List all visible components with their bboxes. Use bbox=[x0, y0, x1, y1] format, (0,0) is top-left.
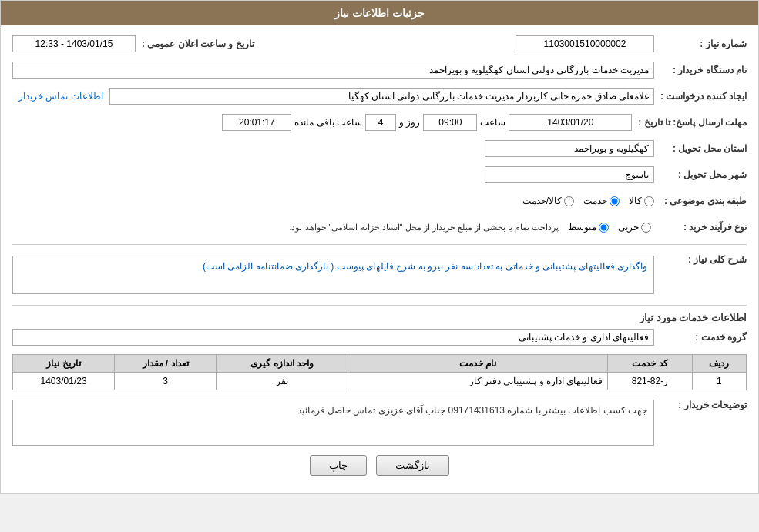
radio-khadamat-label: خدمت bbox=[583, 196, 607, 206]
radio-khadamat: خدمت bbox=[583, 196, 620, 206]
goroh-value: فعالیتهای اداری و خدمات پشتیبانی bbox=[12, 329, 654, 346]
page-wrapper: جزئیات اطلاعات نیاز شماره نیاز : 1103001… bbox=[0, 0, 759, 494]
shahr-label: شهر محل تحویل : bbox=[654, 169, 747, 180]
radio-jozi: جزیی bbox=[618, 222, 651, 233]
section-ettelaat: اطلاعات خدمات مورد نیاز bbox=[12, 312, 747, 323]
services-table: ردیف کد خدمت نام خدمت واحد اندازه گیری ت… bbox=[12, 354, 747, 390]
divider2 bbox=[12, 305, 747, 306]
farayand-radio-group: جزیی متوسط bbox=[568, 222, 651, 233]
row-ijadKonande: ایجاد کننده درخواست : غلامعلی صادق حمزه … bbox=[12, 85, 747, 107]
cell-kod: ز-82-821 bbox=[608, 373, 692, 390]
cell-tarikh: 1403/01/23 bbox=[13, 373, 115, 390]
ijadKonande-value: غلامعلی صادق حمزه خانی کاربردار مدیریت خ… bbox=[109, 88, 654, 105]
namDasgah-label: نام دستگاه خریدار : bbox=[654, 65, 747, 75]
mohlat-roz: 4 bbox=[365, 114, 396, 131]
table-header-row: ردیف کد خدمت نام خدمت واحد اندازه گیری ت… bbox=[13, 355, 747, 373]
radio-motovaset: متوسط bbox=[568, 222, 609, 233]
sharh-label: شرح کلی نیاز : bbox=[654, 251, 747, 265]
row-farayand: نوع فرآیند خرید : جزیی متوسط پرداخت تمام… bbox=[12, 216, 747, 238]
tarikh-value: 1403/01/15 - 12:33 bbox=[12, 35, 136, 52]
cell-tedad: 3 bbox=[115, 373, 217, 390]
radio-kala-label: کالا bbox=[629, 196, 642, 206]
radio-jozi-input[interactable] bbox=[641, 223, 651, 233]
mohlat-label: مهلت ارسال پاسخ: تا تاریخ : bbox=[632, 117, 747, 128]
saat-label: ساعت bbox=[480, 117, 505, 128]
namDasgah-value: مدیریت خدمات بازرگانی دولتی استان کهگیلو… bbox=[12, 62, 654, 79]
radio-kalakhadamat-label: کالا/خدمت bbox=[522, 196, 562, 206]
col-radif: ردیف bbox=[692, 355, 746, 373]
row-shahr: شهر محل تحویل : یاسوج bbox=[12, 164, 747, 186]
mohlat-date: 1403/01/20 bbox=[509, 114, 632, 131]
radio-motovaset-label: متوسط bbox=[568, 222, 596, 233]
col-tarikh: تاریخ نیاز bbox=[13, 355, 115, 373]
row-ostan: استان محل تحویل : کهگیلویه و بویراحمد bbox=[12, 138, 747, 159]
print-button[interactable]: چاپ bbox=[310, 455, 367, 476]
page-header: جزئیات اطلاعات نیاز bbox=[1, 1, 758, 25]
tosih-value: جهت کسب اطلاعات بیشتر با شماره 091714316… bbox=[12, 400, 654, 446]
col-kod: کد خدمت bbox=[608, 355, 692, 373]
col-vahed: واحد اندازه گیری bbox=[217, 355, 348, 373]
mandeh-label: ساعت باقی مانده bbox=[294, 117, 362, 128]
row-namDasgah: نام دستگاه خریدار : مدیریت خدمات بازرگان… bbox=[12, 59, 747, 81]
shomareNiaz-label: شماره نیاز : bbox=[654, 38, 747, 49]
farayand-label: نوع فرآیند خرید : bbox=[654, 222, 747, 233]
col-tedad: تعداد / مقدار bbox=[115, 355, 217, 373]
mohlat-saat: 09:00 bbox=[423, 114, 477, 131]
ostan-label: استان محل تحویل : bbox=[654, 143, 747, 154]
divider1 bbox=[12, 244, 747, 245]
roz-label: روز و bbox=[399, 117, 420, 128]
radio-kala-input[interactable] bbox=[644, 196, 654, 206]
radio-kala: کالا bbox=[629, 196, 654, 206]
back-button[interactable]: بازگشت bbox=[376, 455, 449, 476]
shahr-value: یاسوج bbox=[485, 166, 654, 183]
farayand-note: پرداخت تمام یا بخشی از مبلغ خریدار از مح… bbox=[289, 223, 559, 233]
radio-kalakhadamat-input[interactable] bbox=[564, 196, 574, 206]
button-row: بازگشت چاپ bbox=[12, 455, 747, 476]
row-shomareNiaz: شماره نیاز : 1103001510000002 تاریخ و سا… bbox=[12, 33, 747, 55]
radio-khadamat-input[interactable] bbox=[610, 196, 620, 206]
table-row: 1 ز-82-821 فعالیتهای اداره و پشتیبانی دف… bbox=[13, 373, 747, 390]
ettelaat-link[interactable]: اطلاعات تماس خریدار bbox=[12, 91, 109, 102]
row-tosih: توضیحات خریدار : جهت کسب اطلاعات بیشتر ب… bbox=[12, 396, 747, 446]
services-table-section: ردیف کد خدمت نام خدمت واحد اندازه گیری ت… bbox=[12, 354, 747, 390]
radio-jozi-label: جزیی bbox=[618, 222, 639, 233]
row-sharhKolli: شرح کلی نیاز : واگذاری فعالیتهای پشتیبان… bbox=[12, 251, 747, 299]
ijadKonande-label: ایجاد کننده درخواست : bbox=[654, 91, 747, 102]
page-title: جزئیات اطلاعات نیاز bbox=[334, 7, 425, 19]
row-goroh: گروه خدمت : فعالیتهای اداری و خدمات پشتی… bbox=[12, 326, 747, 348]
goroh-label: گروه خدمت : bbox=[654, 332, 747, 343]
ostan-value: کهگیلویه و بویراحمد bbox=[485, 140, 654, 157]
cell-nam: فعالیتهای اداره و پشتیبانی دفتر کار bbox=[348, 373, 608, 390]
tosih-label: توضیحات خریدار : bbox=[654, 396, 747, 410]
sharh-value: واگذاری فعالیتهای پشتیبانی و خدماتی به ت… bbox=[12, 256, 654, 294]
tarikh-label: تاریخ و ساعت اعلان عمومی : bbox=[136, 38, 254, 49]
col-nam: نام خدمت bbox=[348, 355, 608, 373]
shomareNiaz-value: 1103001510000002 bbox=[516, 35, 654, 52]
mohlat-mandeh: 20:01:17 bbox=[222, 114, 291, 131]
radio-motovaset-input[interactable] bbox=[599, 223, 609, 233]
row-tabaqe: طبقه بندی موضوعی : کالا خدمت کالا/خدمت bbox=[12, 190, 747, 212]
row-mohlat: مهلت ارسال پاسخ: تا تاریخ : 1403/01/20 س… bbox=[12, 112, 747, 133]
radio-kala-khadamat: کالا/خدمت bbox=[522, 196, 574, 206]
content-area: شماره نیاز : 1103001510000002 تاریخ و سا… bbox=[1, 25, 758, 493]
cell-vahed: نفر bbox=[217, 373, 348, 390]
tabaqe-label: طبقه بندی موضوعی : bbox=[654, 196, 747, 206]
cell-radif: 1 bbox=[692, 373, 746, 390]
tabaqe-radio-group: کالا خدمت کالا/خدمت bbox=[522, 196, 654, 206]
